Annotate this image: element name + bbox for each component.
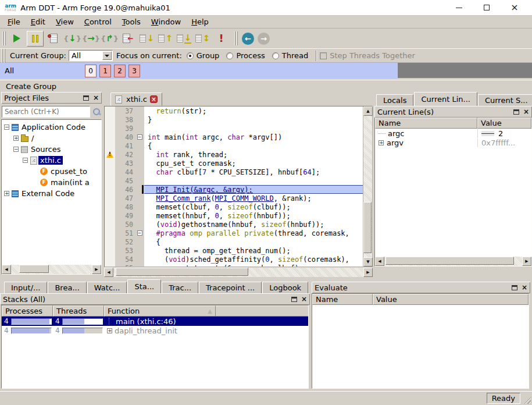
collapse-icon[interactable]: − — [13, 147, 19, 152]
menu-window[interactable]: Window — [146, 16, 186, 27]
tab-brea[interactable]: Brea... — [48, 282, 86, 293]
code-line-52[interactable]: 52 { — [105, 237, 363, 246]
tree-item-xthi-c[interactable]: −xthi.c — [2, 155, 101, 166]
menu-control[interactable]: Control — [79, 16, 117, 27]
expand-icon[interactable]: + — [379, 140, 384, 145]
line-number[interactable]: 39 — [115, 124, 135, 133]
line-number[interactable]: 37 — [115, 106, 135, 115]
line-number[interactable]: 51 — [115, 229, 135, 237]
code-line-37[interactable]: 37 return(str); — [105, 106, 363, 115]
code-area[interactable]: 37 return(str);38}3940−int main(int argc… — [105, 106, 363, 267]
code-line-38[interactable]: 38} — [105, 115, 363, 124]
radio-thread[interactable]: Thread — [272, 51, 308, 60]
code-line-40[interactable]: 40−int main(int argc, char *argv[]) — [105, 133, 363, 141]
bottom-stack-frame-icon[interactable]: ↓ — [176, 31, 192, 47]
line-number[interactable]: 38 — [115, 115, 135, 124]
float-panel-icon[interactable] — [512, 285, 517, 290]
close-panel-icon[interactable]: × — [522, 284, 527, 291]
scroll-right-button[interactable]: ▶ — [522, 257, 531, 266]
code-line-45[interactable]: 45 — [105, 176, 363, 185]
code-line-54[interactable]: 54 (void)sched_getaffinity(0, sizeof(cor… — [105, 255, 363, 264]
back-icon[interactable]: ← — [242, 33, 254, 45]
tab-watc[interactable]: Watc... — [87, 282, 127, 293]
code-line-42[interactable]: 42 int rank, thread; — [105, 150, 363, 159]
search-icon[interactable] — [92, 108, 101, 116]
nav-toolbar-handle[interactable] — [234, 31, 238, 45]
fold-collapse-icon[interactable]: − — [137, 230, 142, 236]
scrollbar-track[interactable] — [384, 257, 522, 266]
line-number[interactable]: 54 — [115, 255, 135, 264]
close-panel-icon[interactable]: × — [93, 94, 99, 101]
line-number[interactable]: 55 — [115, 264, 135, 267]
line-number[interactable]: 52 — [115, 237, 135, 246]
step-threads-together-checkbox[interactable]: Step Threads Together — [320, 51, 415, 60]
line-number[interactable]: 48 — [115, 202, 135, 211]
scroll-left-button[interactable]: ◀ — [2, 265, 11, 274]
close-panel-icon[interactable]: × — [301, 296, 307, 303]
scrollbar-track[interactable] — [113, 268, 363, 277]
scrollbar-thumb[interactable] — [116, 268, 248, 276]
scrollbar-thumb[interactable] — [385, 257, 513, 265]
scrollbar-thumb[interactable] — [363, 202, 372, 253]
line-number[interactable]: 50 — [115, 220, 135, 229]
expand-icon[interactable]: + — [13, 136, 19, 141]
current-group-dropdown[interactable]: All — [69, 50, 113, 61]
dropdown-button[interactable] — [102, 51, 112, 60]
run-icon[interactable] — [8, 31, 25, 47]
code-line-41[interactable]: 41{ — [105, 141, 363, 150]
minimize-button[interactable] — [445, 1, 473, 15]
code-line-49[interactable]: 49 memset(hnbuf, 0, sizeof(hnbuf)); — [105, 211, 363, 220]
column-header-value[interactable]: Value — [477, 118, 531, 129]
run-to-line-icon[interactable]: ← — [120, 31, 137, 47]
variables-hscrollbar[interactable]: ◀ ▶ — [375, 257, 531, 266]
column-header-name[interactable]: Name — [375, 118, 477, 129]
scroll-up-button[interactable]: ▲ — [363, 106, 373, 116]
tree-item-main-int-a[interactable]: main(int a — [2, 177, 101, 188]
code-line-43[interactable]: 43 cpu_set_t coremask; — [105, 159, 363, 168]
resize-grip[interactable] — [523, 396, 531, 404]
scroll-left-button[interactable]: ◀ — [104, 268, 113, 277]
column-header-threads[interactable]: Threads — [53, 305, 104, 317]
evaluate-body[interactable] — [312, 305, 529, 388]
tree-item-application-code[interactable]: −Application Code — [2, 122, 101, 133]
scrollbar-thumb[interactable] — [19, 265, 49, 273]
tree-item-[interactable]: +/ — [2, 133, 101, 144]
menu-file[interactable]: File — [2, 16, 26, 27]
expand-stacks-icon[interactable]: ↕ — [194, 31, 211, 47]
down-stack-frame-icon[interactable]: ↓ — [138, 31, 155, 47]
radio-group[interactable]: Group — [187, 51, 220, 60]
expand-icon[interactable]: + — [4, 191, 9, 196]
editor-hscrollbar[interactable]: ◀ ▶ — [104, 268, 373, 277]
control-bar-handle[interactable] — [2, 49, 5, 63]
tab-logbook[interactable]: Logbook — [262, 282, 308, 293]
search-input[interactable] — [2, 106, 90, 118]
code-line-47[interactable]: 47 MPI_Comm_rank(MPI_COMM_WORLD, &rank); — [105, 194, 363, 202]
step-over-icon[interactable]: {→} — [83, 31, 99, 47]
tab-current-lin[interactable]: Current Lin... — [414, 92, 477, 106]
stack-row-main-xthi-c-46[interactable]: 44main (xthi.c:46) — [2, 317, 308, 326]
menu-edit[interactable]: Edit — [26, 16, 51, 27]
tree-item-sources[interactable]: −Sources — [2, 144, 101, 155]
code-line-53[interactable]: 53 thread = omp_get_thread_num(); — [105, 246, 363, 255]
line-number[interactable]: 42 — [115, 150, 135, 159]
tab-current-s[interactable]: Current S... — [478, 94, 532, 106]
float-panel-icon[interactable] — [291, 297, 297, 302]
menu-tools[interactable]: Tools — [117, 16, 146, 27]
scroll-left-button[interactable]: ◀ — [375, 257, 384, 266]
column-header-function[interactable]: Function ▲ — [104, 305, 216, 317]
line-number[interactable]: 40 — [115, 133, 135, 141]
variable-row-argc[interactable]: argc2 — [375, 129, 531, 138]
tab-sta[interactable]: Sta... — [127, 279, 161, 293]
line-number[interactable]: 41 — [115, 141, 135, 150]
tab-xthi-c[interactable]: xthi.c × — [110, 93, 162, 106]
column-header-processes[interactable]: Processes — [2, 305, 53, 317]
editor-vscrollbar[interactable]: ▲ ▼ — [363, 106, 372, 267]
expand-icon[interactable]: + — [107, 328, 112, 333]
code-line-39[interactable]: 39 — [105, 124, 363, 133]
up-stack-frame-icon[interactable]: ↑ — [157, 31, 174, 47]
tree-item-external-code[interactable]: +External Code — [2, 188, 101, 199]
process-box-3[interactable]: 3 — [128, 65, 140, 77]
float-panel-icon[interactable] — [513, 109, 519, 115]
line-number[interactable]: 49 — [115, 211, 135, 220]
project-files-hscrollbar[interactable]: ◀ ▶ — [2, 265, 101, 274]
